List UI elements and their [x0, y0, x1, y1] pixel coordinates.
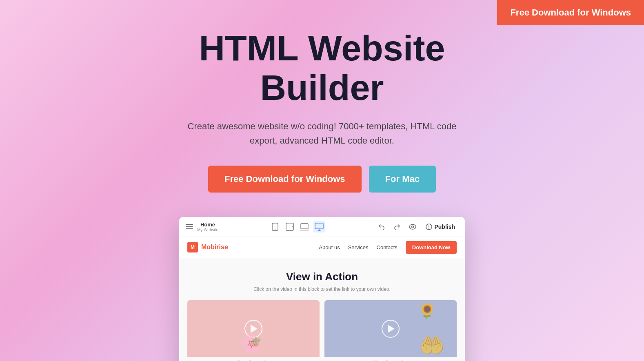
top-download-button[interactable]: Free Download for Windows [497, 0, 644, 25]
content-subtitle: Click on the video in this block to set … [187, 286, 457, 292]
app-logo-icon: M [187, 242, 198, 252]
hero-title: HTML Website Builder [138, 29, 506, 108]
hamburger-icon[interactable] [186, 224, 193, 229]
video-grid: 🌸 🪴 Video Description 🌻 [187, 300, 457, 361]
nav-about[interactable]: About us [319, 244, 340, 250]
play-triangle-2 [388, 325, 395, 333]
publish-button[interactable]: Publish [422, 222, 458, 232]
app-navbar: M Mobirise About us Services Contacts Do… [179, 237, 465, 258]
video-thumb-2[interactable]: 🌻 🤲 [324, 300, 457, 357]
nav-cta-button[interactable]: Download Now [406, 241, 457, 254]
app-preview-wrapper: Home My Website [179, 217, 465, 361]
page-info: Home My Website [197, 221, 218, 232]
svg-rect-4 [301, 224, 308, 229]
top-cta-bar: Free Download for Windows [497, 0, 644, 25]
undo-button[interactable] [376, 221, 387, 233]
mobile-device-icon[interactable] [269, 221, 281, 233]
content-title: View in Action [187, 270, 457, 283]
video-card-1[interactable]: 🌸 🪴 Video Description [187, 300, 320, 361]
app-toolbar: Home My Website [179, 217, 465, 237]
app-content: View in Action Click on the video in thi… [179, 258, 465, 361]
nav-services[interactable]: Services [348, 244, 369, 250]
svg-point-1 [275, 229, 275, 230]
tablet-device-icon[interactable] [284, 221, 295, 233]
hero-section: HTML Website Builder Create awesome webs… [0, 0, 644, 361]
site-name: My Website [197, 228, 218, 232]
preview-button[interactable] [407, 221, 418, 233]
svg-rect-5 [315, 223, 323, 229]
app-logo: M Mobirise [187, 242, 228, 252]
toolbar-left: Home My Website [186, 221, 218, 232]
app-nav-links: About us Services Contacts Download Now [319, 241, 457, 254]
play-triangle-1 [251, 325, 258, 333]
video-thumb-1[interactable]: 🌸 🪴 [187, 300, 320, 357]
svg-point-7 [412, 226, 414, 228]
nav-contacts[interactable]: Contacts [377, 244, 398, 250]
publish-label: Publish [434, 224, 455, 230]
cta-buttons-group: Free Download for Windows For Mac [208, 166, 436, 193]
desktop-device-icon[interactable] [313, 221, 325, 233]
play-button-2[interactable] [382, 320, 400, 338]
redo-button[interactable] [391, 221, 403, 233]
app-window: Home My Website [179, 217, 465, 361]
laptop-device-icon[interactable] [299, 221, 310, 233]
toolbar-center [223, 221, 371, 233]
windows-download-button[interactable]: Free Download for Windows [208, 166, 362, 193]
toolbar-right: Publish [376, 221, 458, 233]
svg-point-6 [409, 224, 416, 229]
mac-download-button[interactable]: For Mac [369, 166, 436, 193]
app-logo-text: Mobirise [201, 244, 228, 251]
hero-subtitle: Create awesome website w/o coding! 7000+… [179, 119, 465, 148]
page-name: Home [197, 221, 218, 228]
svg-point-3 [292, 226, 293, 227]
video-card-2[interactable]: 🌻 🤲 Video Description [324, 300, 457, 361]
